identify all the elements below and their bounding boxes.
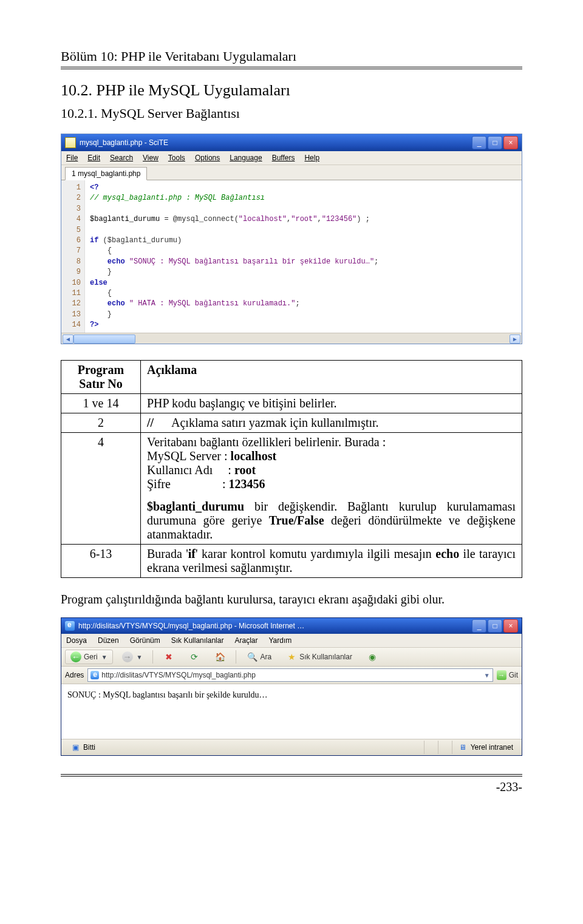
toolbar-separator [152, 650, 153, 664]
footer-divider [61, 774, 522, 776]
back-icon: ← [70, 651, 81, 662]
table-row: 2 // Açıklama satırı yazmak için kullanı… [61, 413, 522, 433]
chevron-down-icon: ▼ [137, 654, 143, 661]
ie-menu-duzen[interactable]: Düzen [98, 636, 119, 645]
url-dropdown-icon[interactable]: ▼ [484, 672, 490, 679]
col-header-aciklama: Açıklama [141, 361, 522, 394]
ie-minimize-button[interactable]: _ [472, 619, 486, 633]
scroll-thumb[interactable] [73, 335, 135, 344]
page-output-text: SONUÇ : MySQL baglantısı başarılı bir şe… [67, 690, 268, 699]
menu-file[interactable]: File [66, 154, 78, 162]
toolbar-separator [236, 650, 236, 664]
ie-menu-gorunum[interactable]: Görünüm [130, 636, 160, 645]
scroll-right-icon[interactable]: ► [510, 335, 520, 344]
table-row: 6-13 Burada 'if' karar kontrol komutu ya… [61, 545, 522, 578]
table-row: 4 Veritabanı bağlantı özellikleri belirl… [61, 433, 522, 545]
go-arrow-icon: → [497, 670, 506, 680]
editor-tab[interactable]: 1 mysql_baglanti.php [65, 167, 147, 180]
search-icon: 🔍 [247, 651, 257, 662]
star-icon: ★ [286, 651, 297, 662]
code-area[interactable]: <? // mysql_baglanti.php : MySQL Bağlant… [85, 180, 522, 333]
forward-button[interactable]: → ▼ [117, 650, 148, 664]
zone-icon: 🖥 [457, 742, 468, 753]
menu-help[interactable]: Help [304, 154, 319, 162]
ie-app-icon [65, 621, 75, 631]
browser-viewport: SONUÇ : MySQL baglantısı başarılı bir şe… [61, 684, 522, 739]
document-icon: ▣ [70, 742, 81, 753]
ie-menu-yardim[interactable]: Yardım [268, 636, 292, 645]
chevron-down-icon: ▼ [101, 654, 107, 661]
status-cell [438, 741, 448, 754]
close-button[interactable]: × [503, 136, 518, 149]
minimize-button[interactable]: _ [472, 136, 486, 149]
home-button[interactable]: 🏠 [209, 650, 231, 664]
home-icon: 🏠 [214, 651, 225, 662]
menu-tools[interactable]: Tools [168, 154, 185, 162]
scite-title: mysql_baglanti.php - SciTE [80, 138, 168, 147]
menu-search[interactable]: Search [110, 154, 133, 162]
ie-window: http://dislitas/VTYS/MYSQL/mysql_baglant… [61, 617, 522, 756]
code-editor[interactable]: 123 456 789 101112 1314 <? // mysql_bagl… [61, 180, 522, 333]
forward-icon: → [122, 651, 133, 662]
page-number: -233- [61, 780, 522, 794]
ie-title: http://dislitas/VTYS/MYSQL/mysql_baglant… [78, 622, 304, 630]
paragraph: Program çalıştırıldığında bağlantı kurul… [61, 593, 522, 606]
line-number-gutter: 123 456 789 101112 1314 [61, 180, 85, 333]
refresh-button[interactable]: ⟳ [183, 650, 205, 664]
scite-menubar: File Edit Search View Tools Options Lang… [61, 151, 522, 165]
ie-menu-araclar[interactable]: Araçlar [234, 636, 257, 645]
scite-tabstrip: 1 mysql_baglanti.php [61, 165, 522, 180]
ie-menu-sik-kullanilanlar[interactable]: Sık Kullanılanlar [171, 636, 224, 645]
media-icon: ◉ [367, 651, 378, 662]
back-button[interactable]: ← Geri▼ [65, 650, 113, 664]
scroll-left-icon[interactable]: ◄ [63, 335, 73, 344]
menu-edit[interactable]: Edit [87, 154, 100, 162]
menu-options[interactable]: Options [195, 154, 220, 162]
favorites-button[interactable]: ★ Sık Kullanılanlar [281, 650, 358, 664]
section-heading-10-2: 10.2. PHP ile MySQL Uygulamaları [61, 81, 522, 100]
ie-close-button[interactable]: × [503, 619, 518, 633]
url-input[interactable]: http://dislitas/VTYS/MYSQL/mysql_baglant… [87, 668, 493, 682]
search-button[interactable]: 🔍 Ara [241, 650, 277, 664]
ie-menu-dosya[interactable]: Dosya [66, 636, 87, 645]
menu-language[interactable]: Language [230, 154, 262, 162]
security-zone: 🖥 Yerel intranet [452, 741, 518, 754]
menu-buffers[interactable]: Buffers [272, 154, 295, 162]
refresh-icon: ⟳ [189, 651, 200, 662]
scite-titlebar: mysql_baglanti.php - SciTE _ □ × [61, 134, 522, 151]
page-header: Bölüm 10: PHP ile Veritabanı Uygulamalar… [61, 49, 522, 64]
page-icon [90, 671, 99, 679]
ie-toolbar: ← Geri▼ → ▼ ✖ ⟳ 🏠 🔍 Ara ★ [61, 648, 522, 667]
ie-menubar: Dosya Düzen Görünüm Sık Kullanılanlar Ar… [61, 634, 522, 648]
address-label: Adres [65, 671, 84, 679]
go-button[interactable]: → Git [497, 670, 518, 680]
header-divider [61, 67, 522, 69]
status-cell [424, 741, 434, 754]
ie-status-bar: ▣ Bitti 🖥 Yerel intranet [61, 739, 522, 755]
maximize-button[interactable]: □ [488, 136, 502, 149]
section-heading-10-2-1: 10.2.1. MySQL Server Bağlantısı [61, 106, 522, 121]
col-header-satirno: Program Satır No [61, 361, 141, 394]
scite-window: mysql_baglanti.php - SciTE _ □ × File Ed… [61, 134, 522, 344]
media-button[interactable]: ◉ [361, 650, 383, 664]
description-table: Program Satır No Açıklama 1 ve 14 PHP ko… [61, 360, 522, 578]
table-row: 1 ve 14 PHP kodu başlangıç ve bitişini b… [61, 394, 522, 413]
ie-titlebar: http://dislitas/VTYS/MYSQL/mysql_baglant… [61, 618, 522, 634]
stop-icon: ✖ [163, 651, 174, 662]
ie-address-bar: Adres http://dislitas/VTYS/MYSQL/mysql_b… [61, 667, 522, 684]
menu-view[interactable]: View [143, 154, 159, 162]
scite-app-icon [65, 137, 76, 148]
ie-maximize-button[interactable]: □ [488, 619, 502, 633]
status-text: ▣ Bitti [65, 741, 100, 754]
horizontal-scrollbar[interactable]: ◄ ► [61, 333, 522, 344]
stop-button[interactable]: ✖ [158, 650, 180, 664]
url-text: http://dislitas/VTYS/MYSQL/mysql_baglant… [101, 671, 255, 679]
